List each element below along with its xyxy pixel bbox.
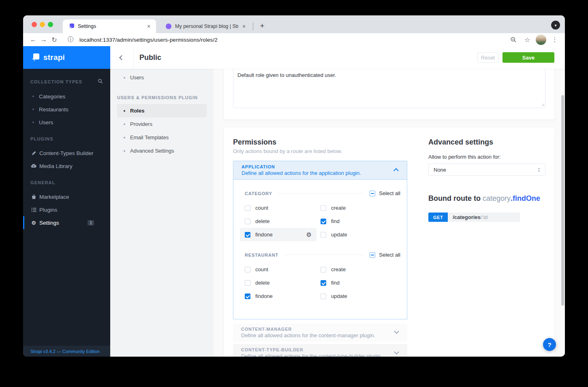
permission-update[interactable]: update [321, 289, 400, 303]
browser-menu-icon[interactable]: ⋮ [550, 34, 560, 45]
gear-icon[interactable]: ⚙ [306, 231, 312, 238]
close-icon[interactable]: × [241, 23, 247, 30]
sidebar-item-content-types-builder[interactable]: Content-Types Builder [23, 147, 110, 159]
role-description-input[interactable]: Default role given to unauthenticated us… [233, 69, 545, 108]
chevron-up-icon [394, 167, 399, 174]
sidebar-item-plugins[interactable]: Plugins [23, 203, 110, 216]
sidebar-item-restaurants[interactable]: Restaurants [23, 103, 110, 116]
tab-search-button[interactable]: ▾ [551, 21, 560, 30]
forward-icon[interactable]: → [38, 34, 49, 45]
permission-findone[interactable]: findone [245, 289, 321, 303]
close-window-button[interactable] [32, 22, 37, 27]
subnav-item-roles[interactable]: Roles [117, 104, 207, 117]
checkbox[interactable] [245, 293, 250, 299]
sidebar-item-users[interactable]: Users [23, 116, 110, 129]
checkbox[interactable] [245, 205, 250, 211]
permissions-card: Permissions Only actions bound by a rout… [224, 128, 554, 357]
close-icon[interactable]: × [145, 23, 152, 30]
checkbox[interactable] [321, 219, 326, 224]
settings-subnav: Users USERS & PERMISSIONS PLUGIN Roles P… [110, 69, 214, 357]
version-label: Strapi v3.4.2 — Community Edition [23, 346, 110, 357]
subnav-item-advanced-settings[interactable]: Advanced Settings [117, 144, 207, 157]
accordion-application-header[interactable]: APPLICATION Define all allowed actions f… [233, 161, 407, 179]
subnav-item-email-templates[interactable]: Email Templates [117, 131, 207, 144]
permission-update[interactable]: update [321, 228, 400, 241]
strapi-logo-icon [31, 53, 39, 62]
help-button[interactable]: ? [543, 338, 556, 351]
action-policy-label: Allow to perform this action for: [428, 154, 545, 160]
tab-settings[interactable]: Settings × [63, 19, 156, 33]
permission-count[interactable]: count [245, 201, 321, 215]
bag-icon [30, 194, 37, 200]
page-title: Public [139, 53, 161, 62]
permission-findone[interactable]: findone⚙ [240, 228, 316, 241]
reset-button[interactable]: Reset [477, 52, 498, 63]
subnav-item-providers[interactable]: Providers [117, 117, 207, 131]
chevron-down-icon: ▾ [554, 23, 556, 28]
select-all-checkbox[interactable] [370, 252, 375, 258]
select-all-control[interactable]: Select all [370, 190, 400, 196]
checkbox[interactable] [245, 280, 250, 286]
select-all-checkbox[interactable] [370, 191, 375, 196]
checkbox[interactable] [245, 232, 250, 238]
advanced-settings-panel: Advanced settings Allow to perform this … [428, 138, 545, 357]
gear-icon: ⚙ [30, 220, 37, 226]
checkbox[interactable] [245, 267, 250, 272]
permission-delete[interactable]: delete [245, 215, 321, 228]
back-button[interactable] [110, 46, 134, 69]
checkbox[interactable] [321, 267, 326, 272]
checkbox[interactable] [321, 293, 326, 299]
save-button[interactable]: Save [502, 52, 554, 63]
tab-blog[interactable]: My personal Strapi blog | Strap × [160, 19, 251, 33]
strapi-logo[interactable]: strapi [23, 46, 110, 69]
permission-find[interactable]: find [321, 215, 400, 228]
site-info-icon[interactable]: ⓘ [65, 34, 76, 45]
policy-select[interactable]: None [428, 164, 545, 176]
avatar[interactable] [536, 34, 546, 45]
sidebar-item-settings[interactable]: ⚙ Settings 1 [23, 216, 110, 229]
chevron-down-icon [395, 329, 399, 336]
maximize-window-button[interactable] [48, 22, 53, 27]
reload-icon[interactable]: ↻ [49, 34, 60, 45]
url-bar: ← → ↻ ⓘ localhost:1337/admin/settings/us… [23, 33, 565, 46]
accordion-content-manager-header[interactable]: CONTENT-MANAGER Define all allowed actio… [233, 323, 407, 342]
permissions-title: Permissions [233, 138, 407, 147]
subnav-section-title: USERS & PERMISSIONS PLUGIN [117, 95, 207, 100]
checkbox[interactable] [321, 280, 326, 286]
permission-count[interactable]: count [245, 263, 321, 276]
bullet-icon [32, 108, 34, 110]
permission-find[interactable]: find [321, 276, 400, 289]
checkbox[interactable] [245, 219, 250, 224]
sidebar-item-marketplace[interactable]: Marketplace [23, 190, 110, 203]
accordion-content-type-builder-header[interactable]: CONTENT-TYPE-BUILDER Define all allowed … [233, 344, 407, 357]
address-input[interactable]: localhost:1337/admin/settings/users-perm… [79, 37, 218, 43]
permission-create[interactable]: create [321, 263, 400, 276]
scrollbar-thumb[interactable] [561, 95, 564, 306]
permission-create[interactable]: create [321, 201, 400, 215]
sidebar-item-media-library[interactable]: Media Library [23, 159, 110, 172]
search-icon[interactable] [98, 79, 103, 85]
chevron-left-icon [119, 55, 124, 60]
bound-route-heading: Bound route to category.findOne [428, 194, 545, 203]
sidebar-item-categories[interactable]: Categories [23, 90, 110, 103]
back-icon[interactable]: ← [28, 34, 38, 45]
tab-separator [253, 22, 253, 30]
zoom-out-icon[interactable] [508, 34, 519, 45]
page-header: Public Reset Save [110, 46, 565, 69]
chevron-down-icon [395, 350, 399, 357]
subnav-item-users[interactable]: Users [117, 71, 207, 84]
divider [278, 193, 364, 194]
select-all-control[interactable]: Select all [370, 252, 400, 258]
checkbox[interactable] [321, 205, 326, 211]
checkbox[interactable] [321, 232, 326, 238]
main-content: Default role given to unauthenticated us… [214, 69, 565, 357]
http-method-badge: GET [428, 213, 448, 222]
select-spinner-icon [538, 168, 540, 172]
minimize-window-button[interactable] [40, 22, 45, 27]
section-title-plugins: PLUGINS [30, 136, 53, 141]
permission-delete[interactable]: delete [245, 276, 321, 289]
new-tab-button[interactable]: + [257, 20, 268, 32]
accordion-application-body: CATEGORY Select all count [233, 179, 407, 319]
bookmark-star-icon[interactable]: ☆ [522, 34, 532, 45]
brush-icon [30, 151, 37, 156]
